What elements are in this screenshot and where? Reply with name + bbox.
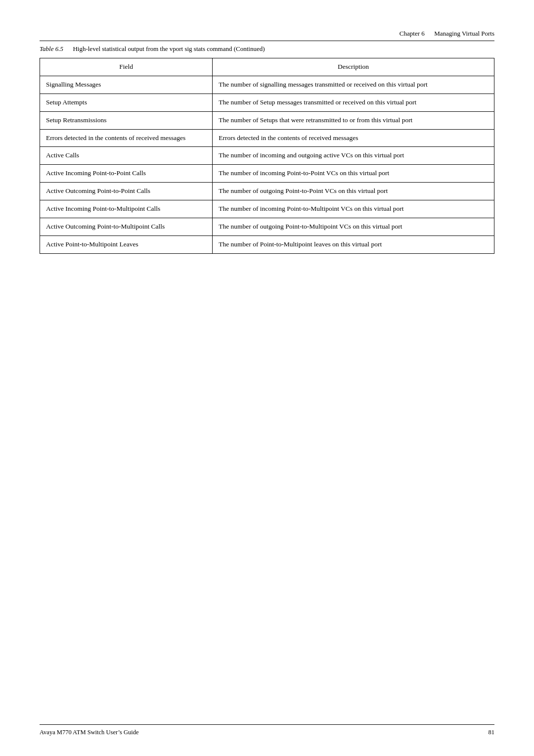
table-row: Active Outcoming Point-to-Multipoint Cal… (40, 218, 494, 236)
table-row: Setup AttemptsThe number of Setup messag… (40, 94, 494, 111)
table-caption-label: Table 6.5 (40, 45, 63, 52)
table-cell-description: The number of Setups that were retransmi… (213, 111, 494, 129)
table-row: Active Outcoming Point-to-Point CallsThe… (40, 183, 494, 200)
table-cell-field: Signalling Messages (40, 76, 213, 94)
table-cell-field: Active Outcoming Point-to-Multipoint Cal… (40, 218, 213, 236)
table-cell-field: Active Incoming Point-to-Multipoint Call… (40, 200, 213, 218)
data-table: Field Description Signalling MessagesThe… (40, 58, 494, 254)
table-row: Active Point-to-Multipoint LeavesThe num… (40, 236, 494, 253)
table-cell-field: Active Point-to-Multipoint Leaves (40, 236, 213, 253)
footer-left: Avaya M770 ATM Switch User’s Guide (40, 729, 139, 736)
table-cell-description: The number of outgoing Point-to-Point VC… (213, 183, 494, 200)
table-row: Errors detected in the contents of recei… (40, 129, 494, 147)
page-container: Chapter 6 Managing Virtual Ports Table 6… (0, 0, 534, 756)
footer-page-number: 81 (489, 729, 495, 736)
page-footer: Avaya M770 ATM Switch User’s Guide 81 (40, 724, 494, 736)
table-cell-description: The number of signalling messages transm… (213, 76, 494, 94)
table-cell-description: The number of outgoing Point-to-Multipoi… (213, 218, 494, 236)
table-caption: Table 6.5 High-level statistical output … (40, 45, 494, 53)
table-cell-field: Errors detected in the contents of recei… (40, 129, 213, 147)
column-header-field: Field (40, 58, 213, 76)
table-cell-description: Errors detected in the contents of recei… (213, 129, 494, 147)
table-cell-description: The number of Setup messages transmitted… (213, 94, 494, 111)
table-cell-field: Active Incoming Point-to-Point Calls (40, 165, 213, 183)
table-row: Active CallsThe number of incoming and o… (40, 147, 494, 165)
table-row: Signalling MessagesThe number of signall… (40, 76, 494, 94)
table-cell-field: Setup Attempts (40, 94, 213, 111)
table-cell-field: Active Outcoming Point-to-Point Calls (40, 183, 213, 200)
table-row: Setup RetransmissionsThe number of Setup… (40, 111, 494, 129)
page-header: Chapter 6 Managing Virtual Ports (40, 30, 494, 41)
table-cell-description: The number of incoming and outgoing acti… (213, 147, 494, 165)
header-chapter-section: Chapter 6 Managing Virtual Ports (400, 30, 494, 38)
table-row: Active Incoming Point-to-Point CallsThe … (40, 165, 494, 183)
table-cell-description: The number of incoming Point-to-Point VC… (213, 165, 494, 183)
header-section: Managing Virtual Ports (434, 30, 494, 37)
table-cell-description: The number of Point-to-Multipoint leaves… (213, 236, 494, 253)
table-row: Active Incoming Point-to-Multipoint Call… (40, 200, 494, 218)
column-header-description: Description (213, 58, 494, 76)
table-caption-description: High-level statistical output from the v… (73, 45, 265, 52)
table-header-row: Field Description (40, 58, 494, 76)
header-chapter: Chapter 6 (400, 30, 425, 37)
table-cell-description: The number of incoming Point-to-Multipoi… (213, 200, 494, 218)
table-cell-field: Active Calls (40, 147, 213, 165)
table-cell-field: Setup Retransmissions (40, 111, 213, 129)
